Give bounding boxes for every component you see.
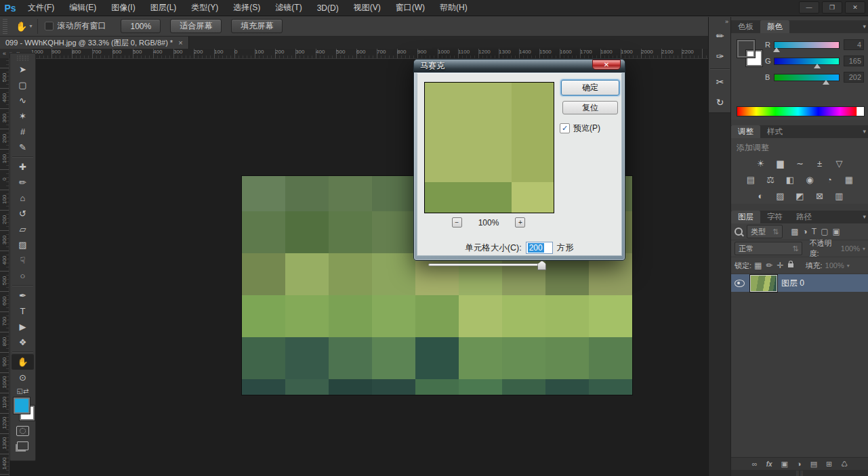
color-panel-tab[interactable]: 颜色	[760, 20, 789, 33]
fit-screen-button[interactable]: 适合屏幕	[170, 19, 222, 33]
eyedropper-tool[interactable]: ✎	[10, 139, 35, 155]
menu-item[interactable]: 滤镜(T)	[268, 0, 309, 16]
custom-shape-tool[interactable]: ❖	[10, 334, 35, 350]
lock-move-icon[interactable]: ✛	[777, 261, 783, 270]
layers-panel-tab[interactable]: 图层	[731, 211, 760, 223]
photo-filter-icon[interactable]: ◉	[802, 173, 817, 186]
tool-preset-picker[interactable]: ✋ ▾	[10, 19, 38, 34]
slider-value[interactable]: 4	[844, 39, 864, 50]
zoom-in-button[interactable]: +	[515, 217, 525, 228]
color-spectrum-ramp[interactable]	[737, 106, 865, 116]
panel-menu-icon[interactable]: ▾	[863, 128, 866, 135]
ok-button[interactable]: 确定	[561, 80, 619, 95]
slider-thumb[interactable]	[814, 64, 821, 68]
tool-presets-panel-icon[interactable]: ✂	[709, 72, 731, 92]
preview-checkbox[interactable]: ✓	[560, 123, 570, 133]
menu-item[interactable]: 视图(V)	[346, 0, 388, 16]
minimize-button[interactable]: —	[799, 1, 819, 14]
vertical-ruler[interactable]: 5004003002001000100200300400500600700800…	[0, 58, 9, 476]
hand-tool[interactable]: ✋	[12, 354, 34, 370]
options-bar-grip[interactable]	[3, 19, 7, 34]
zoom-tool[interactable]: ⊙	[10, 370, 35, 385]
cell-size-slider[interactable]	[428, 261, 542, 269]
levels-icon[interactable]: ▆	[773, 157, 788, 169]
filter-shape-layers-icon[interactable]: ▢	[821, 227, 828, 236]
chevron-down-icon[interactable]: ▾	[847, 263, 850, 269]
crop-tool[interactable]: #	[10, 124, 35, 139]
menu-item[interactable]: 图层(L)	[143, 0, 184, 16]
color-balance-icon[interactable]: ⚖	[763, 173, 778, 186]
brush-panel-icon[interactable]: ✏	[709, 26, 731, 46]
expand-panels-icon[interactable]: »	[709, 17, 731, 26]
zoom-100-button[interactable]: 100%	[121, 19, 161, 33]
menu-item[interactable]: 3D(D)	[310, 0, 346, 16]
smudge-tool[interactable]: ☟	[10, 253, 35, 268]
color-lookup-icon[interactable]: ▦	[842, 173, 856, 186]
selective-color-icon[interactable]: ⊠	[812, 190, 827, 202]
slider-ramp[interactable]	[774, 74, 840, 81]
gradient-map-icon[interactable]: ▥	[832, 190, 847, 202]
panel-menu-icon[interactable]: ▾	[863, 23, 866, 30]
close-button[interactable]: ✕	[845, 1, 865, 14]
foreground-color-swatch[interactable]	[737, 40, 755, 58]
tools-panel-grip[interactable]	[17, 55, 28, 62]
filter-type-layers-icon[interactable]: T	[812, 227, 817, 236]
foreground-color-swatch[interactable]	[14, 397, 30, 414]
filter-kind-select[interactable]: 类型 ⇅	[747, 225, 783, 238]
gradient-tool[interactable]: ▨	[10, 237, 35, 253]
threshold-icon[interactable]: ◩	[793, 190, 808, 202]
slider-thumb[interactable]	[823, 80, 829, 85]
document-tab-close-icon[interactable]: ×	[178, 39, 182, 47]
rectangular-marquee-tool[interactable]: ▢	[10, 77, 35, 93]
horizontal-ruler[interactable]: « » × 1000900800700600500400300200100010…	[0, 49, 708, 59]
lock-transparency-icon[interactable]: ▦	[754, 261, 762, 270]
layers-panel-tab[interactable]: 路径	[789, 211, 819, 223]
lock-paint-icon[interactable]: ✏	[766, 261, 772, 270]
slider-value[interactable]: 202	[844, 72, 864, 83]
new-layer-icon[interactable]: ⊞	[826, 460, 832, 469]
fill-screen-button[interactable]: 填充屏幕	[231, 19, 283, 33]
menu-item[interactable]: 编辑(E)	[62, 0, 104, 16]
lasso-tool[interactable]: ∿	[10, 93, 35, 108]
dodge-tool[interactable]: ○	[10, 268, 35, 284]
zoom-out-button[interactable]: −	[452, 217, 462, 228]
adjustment-layer-icon[interactable]: ◑	[797, 460, 802, 468]
blend-mode-select[interactable]: 正常 ⇅	[735, 242, 802, 255]
history-brush-tool[interactable]: ↺	[10, 206, 35, 221]
clone-stamp-tool[interactable]: ⌂	[10, 190, 35, 206]
slider-value[interactable]: 165	[844, 56, 864, 66]
dialog-close-button[interactable]: ✕	[592, 60, 621, 70]
layer-group-icon[interactable]: ▤	[810, 460, 817, 469]
menu-item[interactable]: 文件(F)	[20, 0, 62, 16]
curves-icon[interactable]: ∼	[793, 157, 808, 169]
opacity-value[interactable]: 100%	[841, 244, 860, 253]
quick-mask-button[interactable]	[10, 423, 35, 438]
filter-adjustment-layers-icon[interactable]: ◑	[803, 227, 808, 236]
posterize-icon[interactable]: ▨	[773, 190, 788, 202]
adjustments-panel-tab[interactable]: 调整	[731, 125, 760, 138]
cell-size-input[interactable]: 200	[526, 242, 553, 254]
dock-resize-grip[interactable]: ⣿⣿	[731, 470, 868, 476]
pen-tool[interactable]: ✒	[10, 288, 35, 303]
brightness-contrast-icon[interactable]: ☀	[753, 157, 768, 169]
fill-value[interactable]: 100%	[825, 261, 844, 269]
layer-row[interactable]: 图层 0	[731, 274, 868, 292]
scroll-all-windows-checkbox[interactable]	[45, 22, 54, 30]
layer-effects-icon[interactable]: fx	[766, 460, 772, 468]
invert-icon[interactable]: ◐	[753, 190, 768, 202]
move-tool[interactable]: ➤	[10, 62, 35, 77]
slider-ramp[interactable]	[774, 41, 840, 49]
brush-presets-panel-icon[interactable]: ✑	[709, 46, 731, 66]
spot-healing-brush-tool[interactable]: ✚	[10, 159, 35, 175]
restore-button[interactable]: ❐	[822, 1, 842, 14]
quick-selection-tool[interactable]: ✶	[10, 108, 35, 124]
hue-saturation-icon[interactable]: ▤	[743, 173, 758, 186]
filter-smart-objects-icon[interactable]: ▣	[833, 227, 840, 236]
adjustments-panel-tab[interactable]: 样式	[760, 125, 789, 138]
layer-visibility-toggle[interactable]	[732, 280, 746, 287]
tab-scroll-left-icon[interactable]: «	[3, 50, 6, 57]
brush-tool[interactable]: ✏	[10, 175, 35, 190]
exposure-icon[interactable]: ±	[812, 157, 827, 169]
menu-item[interactable]: 类型(Y)	[184, 0, 226, 16]
link-layers-icon[interactable]: ∞	[752, 460, 758, 468]
